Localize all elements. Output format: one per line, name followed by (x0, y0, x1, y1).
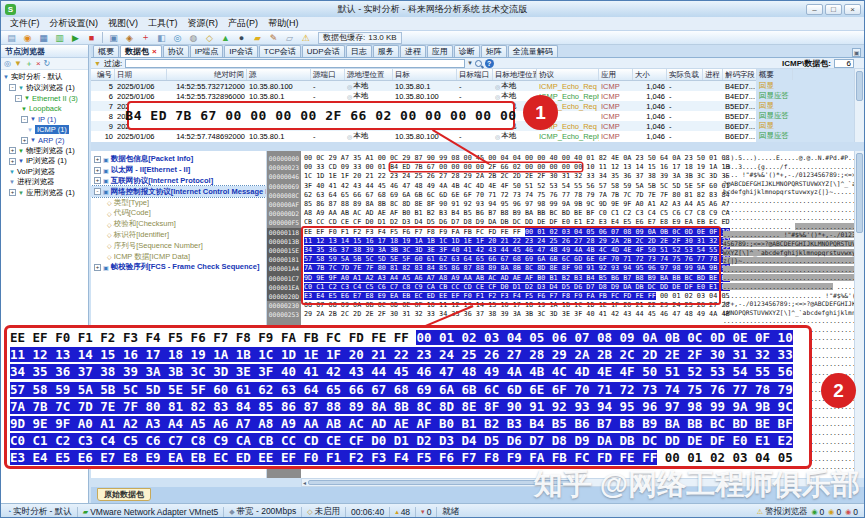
filter-icon[interactable]: ▼ (14, 59, 22, 68)
tab-进程[interactable]: 进程 (400, 45, 426, 57)
locate-icon[interactable]: ◎ (4, 59, 11, 68)
folder-icon[interactable]: ▰ (250, 32, 265, 44)
decode-item[interactable]: ◇代码[Code] (91, 208, 266, 219)
tree-expander-icon[interactable]: - (9, 84, 16, 91)
diagnosis-settings-icon[interactable]: ◎ (170, 32, 185, 44)
column-header-proto[interactable]: 协议 (537, 69, 599, 80)
node-tree-item[interactable]: -▼协议浏览器 (1) (1, 83, 88, 94)
decode-item[interactable]: +▣互联网协议[Internet Protocol] (91, 176, 266, 187)
tree-expander-icon[interactable]: + (21, 137, 28, 144)
column-header-field[interactable]: 解码字段 (723, 69, 757, 80)
new-analysis-icon[interactable]: ▤ (4, 32, 19, 44)
tree-expander-icon[interactable]: - (94, 188, 101, 195)
tab-TCP会话[interactable]: TCP会话 (259, 45, 301, 57)
menu-item[interactable]: 视图(V) (103, 17, 143, 30)
column-header-date[interactable]: 日期 (115, 69, 167, 80)
tab-overflow-icon[interactable]: ▣ (852, 48, 861, 57)
menu-item[interactable]: 资源(R) (183, 17, 224, 30)
delete-node-icon[interactable]: × (36, 59, 41, 68)
node-tree-item[interactable]: -▼Ethernet II (3) (1, 93, 88, 104)
search-icon[interactable] (475, 60, 482, 67)
tree-expander-icon[interactable]: + (9, 147, 16, 154)
tab-IP会话[interactable]: IP会话 (224, 45, 258, 57)
column-header-sum[interactable]: 概要 (757, 69, 793, 80)
filter-input[interactable] (125, 59, 465, 68)
decode-item[interactable]: -▣网络控制报文协议[Internet Control Message Prot… (91, 186, 266, 197)
column-header-dst[interactable]: 目标 (393, 69, 457, 80)
decode-item[interactable]: ◇标识符[Identifier] (91, 230, 266, 241)
packet-row[interactable]: 52025/01/0614:52:55.73271200010.35.80.10… (91, 81, 756, 91)
node-tree-item[interactable]: ▼ICMP (1) (1, 125, 88, 136)
tab-全流量解码[interactable]: 全流量解码 (508, 45, 558, 57)
start-capture-icon[interactable]: ▶ (68, 32, 83, 44)
tab-raw-packets[interactable]: 原始数据包 (97, 488, 151, 501)
decode-scrollbar[interactable] (854, 151, 864, 478)
node-tree-item[interactable]: ▼进程浏览器 (1, 177, 88, 188)
node-tree-item[interactable]: +▼应用浏览器 (1) (1, 188, 88, 199)
tree-expander-icon[interactable]: - (15, 95, 22, 102)
decode-item[interactable]: +▣以太网 - II[Ethernet - II] (91, 165, 266, 176)
column-header-dport[interactable]: 目标端口 (457, 69, 493, 80)
maximize-button[interactable]: □ (825, 4, 842, 15)
tree-expander-icon[interactable]: + (9, 158, 16, 165)
column-header-proc[interactable]: 进程 (703, 69, 723, 80)
node-tree-item[interactable]: ▼VoIP浏览器 (1, 167, 88, 178)
tab-协议[interactable]: 协议 (163, 45, 189, 57)
menu-item[interactable]: 产品(P) (223, 17, 263, 30)
packet-row[interactable]: 102025/01/0614:52:57.74869200010.35.80.1… (91, 131, 756, 141)
node-tree-item[interactable]: ▼Loopback (1, 104, 88, 115)
export-icon[interactable]: ▥ (52, 32, 67, 44)
filter-add-icon[interactable]: ＋ (138, 32, 153, 44)
chevron-down-icon[interactable]: ▾ (468, 59, 472, 67)
decode-item[interactable]: +▣帧校验序列[FCS - Frame Check Sequence] (91, 262, 266, 273)
stop-capture-icon[interactable]: ■ (84, 32, 99, 44)
decode-item[interactable]: ◇校验和[Checksum] (91, 219, 266, 230)
tab-日志[interactable]: 日志 (346, 45, 372, 57)
menu-item[interactable]: 文件(F) (5, 17, 45, 30)
globe-icon[interactable]: ● (234, 32, 249, 44)
close-button[interactable]: × (844, 4, 861, 15)
refresh-icon[interactable]: ↻ (44, 59, 51, 68)
help-icon[interactable]: ? (485, 59, 494, 68)
packet-list-scrollbar[interactable] (854, 69, 864, 142)
menu-item[interactable]: 分析设置(N) (45, 17, 104, 30)
mail-icon[interactable]: ▱ (282, 32, 297, 44)
add-node-icon[interactable]: ＋ (25, 58, 33, 69)
menu-item[interactable]: 工具(T) (143, 17, 183, 30)
report-icon[interactable]: ▲ (218, 32, 233, 44)
tree-expander-icon[interactable]: - (21, 116, 28, 123)
packet-buffer-icon[interactable]: ◧ (154, 32, 169, 44)
decode-item[interactable]: ◇类型[Type] (91, 197, 266, 208)
matrix-icon[interactable]: ◇ (202, 32, 217, 44)
tree-expander-icon[interactable]: + (94, 177, 101, 184)
menu-item[interactable]: 帮助(H) (263, 17, 304, 30)
column-header-app[interactable]: 应用 (599, 69, 633, 80)
open-icon[interactable]: ◉ (20, 32, 35, 44)
node-tree-item[interactable]: +▼物理浏览器 (1) (1, 146, 88, 157)
column-header-time[interactable]: 绝对时间 (167, 69, 247, 80)
column-header-dgeo[interactable]: 目标地理位置 (493, 69, 537, 80)
tab-服务[interactable]: 服务 (373, 45, 399, 57)
column-header-sgeo[interactable]: 源地理位置 (345, 69, 393, 80)
tree-expander-icon[interactable]: + (94, 156, 101, 163)
tab-close-icon[interactable]: × (152, 47, 157, 56)
tab-数据包[interactable]: 数据包× (120, 45, 162, 57)
save-icon[interactable]: ▦ (36, 32, 51, 44)
node-tree-item[interactable]: +▼ARP (2) (1, 135, 88, 146)
alarm-browser[interactable]: ⚠警报浏览器 (757, 506, 808, 518)
node-group-icon[interactable]: ◍ (186, 32, 201, 44)
tree-expander-icon[interactable]: + (94, 264, 101, 271)
tree-expander-icon[interactable]: + (94, 167, 101, 174)
tab-UDP会话[interactable]: UDP会话 (302, 45, 345, 57)
horizontal-splitter[interactable] (91, 142, 864, 151)
tab-诊断[interactable]: 诊断 (454, 45, 480, 57)
edit-icon[interactable]: ✎ (266, 32, 281, 44)
column-header-size[interactable]: 大小 (633, 69, 667, 80)
minimize-button[interactable]: – (806, 4, 823, 15)
tab-矩阵[interactable]: 矩阵 (481, 45, 507, 57)
node-tree-item[interactable]: -▼IP (1) (1, 114, 88, 125)
column-header-payload[interactable]: 实际负载 (667, 69, 703, 80)
column-header-src[interactable]: 源 (247, 69, 311, 80)
column-header-sport[interactable]: 源端口 (311, 69, 345, 80)
packet-row[interactable]: 62025/01/0614:52:55.73289600010.35.80.1-… (91, 91, 756, 101)
